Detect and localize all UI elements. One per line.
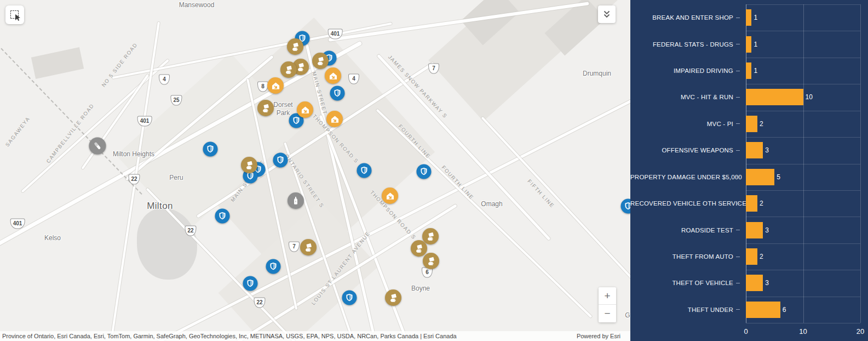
select-by-rectangle-button[interactable] xyxy=(5,5,24,24)
chart-bar[interactable] xyxy=(746,116,757,132)
chart-row: OFFENSIVE WEAPONS3 xyxy=(630,137,860,163)
crime-shield-marker[interactable] xyxy=(342,291,357,305)
bar-value-label: 1 xyxy=(751,14,757,21)
map-attribution: Province of Ontario, Esri Canada, Esri, … xyxy=(0,331,630,341)
category-tick xyxy=(733,150,746,151)
crime-dashboard: MansewoodDrumquinMilton HeightsPeruMilto… xyxy=(0,0,868,341)
bar-value-label: 3 xyxy=(763,279,769,287)
break-enter-house-marker[interactable] xyxy=(325,67,341,84)
break-enter-house-marker[interactable] xyxy=(326,111,343,127)
crime-shield-marker[interactable] xyxy=(357,163,372,178)
bar-value-label: 1 xyxy=(751,67,757,75)
chart-bar[interactable] xyxy=(746,169,774,185)
crime-shield-marker[interactable] xyxy=(266,259,281,274)
chart-row: THEFT OF VEHICLE3 xyxy=(630,270,860,296)
theft-hand-marker[interactable] xyxy=(300,239,317,255)
chart-category-label: IMPAIRED DRIVING xyxy=(630,67,733,74)
category-tick xyxy=(733,18,746,18)
drugs-pill-marker[interactable] xyxy=(89,138,106,155)
crime-shield-marker[interactable] xyxy=(243,276,258,291)
category-tick xyxy=(733,283,746,283)
x-axis-tick-label: 10 xyxy=(799,327,807,336)
place-label: Drumquin xyxy=(583,70,611,77)
chart-bar[interactable] xyxy=(746,195,757,212)
place-label: G xyxy=(625,311,630,319)
chart-category-label: FEDERAL STATS - DRUGS xyxy=(630,41,733,48)
crime-shield-marker[interactable] xyxy=(621,199,631,214)
theft-hand-marker[interactable] xyxy=(280,61,297,78)
highway-shield: 22 xyxy=(128,174,140,185)
chart-row: BREAK AND ENTER SHOP1 xyxy=(630,4,860,31)
category-tick xyxy=(733,257,746,257)
bar-area: 2 xyxy=(746,190,860,217)
bar-value-label: 6 xyxy=(780,306,786,314)
collapse-panel-button[interactable] xyxy=(598,5,616,23)
place-label: Kelso xyxy=(44,234,61,242)
zoom-in-button[interactable]: + xyxy=(599,287,616,305)
chart-bar[interactable] xyxy=(746,36,751,53)
theft-hand-marker[interactable] xyxy=(423,253,439,269)
chart-bar[interactable] xyxy=(746,275,763,291)
map-canvas[interactable]: MansewoodDrumquinMilton HeightsPeruMilto… xyxy=(0,0,630,341)
place-label: Boyne xyxy=(411,285,430,292)
chart-category-label: THEFT FROM AUTO xyxy=(630,253,733,260)
chart-category-label: ROADSIDE TEST xyxy=(630,227,733,234)
break-enter-house-marker[interactable] xyxy=(382,187,398,204)
chart-category-label: THEFT UNDER xyxy=(630,306,733,313)
bar-value-label: 2 xyxy=(757,253,763,260)
theft-hand-marker[interactable] xyxy=(241,157,257,173)
urban-area xyxy=(31,47,84,79)
chart-bar[interactable] xyxy=(746,89,803,105)
category-tick xyxy=(733,44,746,44)
crime-shield-marker[interactable] xyxy=(330,86,345,101)
powered-by-esri: Powered by Esri xyxy=(577,333,630,339)
chart-bar[interactable] xyxy=(746,302,780,318)
crime-shield-marker[interactable] xyxy=(203,142,218,157)
bar-area: 5 xyxy=(746,164,860,190)
bar-value-label: 2 xyxy=(757,200,763,207)
crime-shield-marker[interactable] xyxy=(417,164,432,179)
bar-area: 3 xyxy=(746,217,860,243)
chart-row: THEFT UNDER6 xyxy=(630,297,860,323)
chart-x-axis: 01020 xyxy=(746,327,860,335)
chart-category-label: BREAK AND ENTER SHOP xyxy=(630,14,733,21)
chart-row: THEFT FROM AUTO2 xyxy=(630,243,860,270)
break-enter-house-marker[interactable] xyxy=(267,77,284,94)
chart-row: PROPERTY DAMAGE UNDER $5,0005 xyxy=(630,164,860,190)
chart-bar[interactable] xyxy=(746,9,751,26)
theft-hand-marker[interactable] xyxy=(411,240,427,257)
bar-value-label: 10 xyxy=(803,93,813,101)
category-tick xyxy=(733,203,746,204)
highway-shield: 7 xyxy=(428,64,439,74)
chart-row: FEDERAL STATS - DRUGS1 xyxy=(630,31,860,57)
chart-row: MVC - HIT & RUN10 xyxy=(630,84,860,110)
bar-value-label: 3 xyxy=(763,226,769,234)
crime-shield-marker[interactable] xyxy=(215,209,230,224)
theft-hand-marker[interactable] xyxy=(257,100,274,116)
theft-hand-marker[interactable] xyxy=(287,38,303,55)
chart-bar[interactable] xyxy=(746,62,751,79)
liquor-bottle-marker[interactable] xyxy=(288,192,304,209)
chart-category-label: THEFT OF VEHICLE xyxy=(630,280,733,286)
chart-category-label: MVC - PI xyxy=(630,121,733,127)
chart-category-label: MVC - HIT & RUN xyxy=(630,94,733,100)
bar-value-label: 2 xyxy=(757,120,763,128)
theft-hand-marker[interactable] xyxy=(312,53,329,69)
bar-area: 1 xyxy=(746,58,860,84)
chart-row: MVC - PI2 xyxy=(630,111,860,137)
bar-value-label: 1 xyxy=(751,41,757,48)
road-label: NO 5 SIDE ROAD xyxy=(100,41,139,88)
place-label: Milton Heights xyxy=(113,150,154,158)
vertical-gridline xyxy=(860,4,861,323)
break-enter-house-marker[interactable] xyxy=(297,101,313,118)
chart-bar[interactable] xyxy=(746,142,763,158)
chart-bar[interactable] xyxy=(746,248,757,265)
chart-bar[interactable] xyxy=(746,222,763,238)
zoom-controls: + − xyxy=(599,287,616,322)
category-tick xyxy=(733,71,746,71)
select-rectangle-icon xyxy=(10,10,20,20)
bar-area: 3 xyxy=(746,137,860,163)
theft-hand-marker[interactable] xyxy=(385,289,401,306)
zoom-out-button[interactable]: − xyxy=(599,305,616,322)
crime-shield-marker[interactable] xyxy=(273,153,288,168)
